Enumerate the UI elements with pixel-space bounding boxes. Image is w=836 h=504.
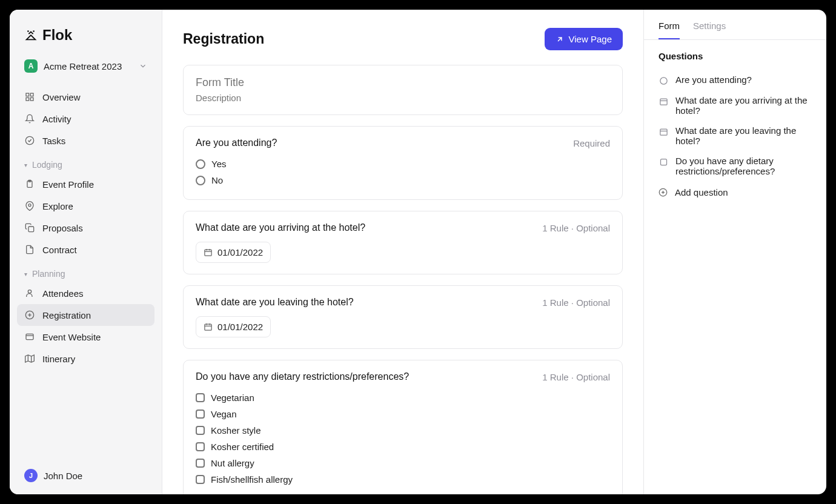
question-card[interactable]: Are you attending? Required Yes No (183, 126, 623, 200)
calendar-icon (659, 127, 668, 136)
checkbox-option[interactable]: Fish/shellfish allergy (196, 471, 610, 488)
svg-point-1 (33, 31, 34, 31)
svg-point-0 (28, 31, 28, 31)
calendar-icon (659, 96, 668, 106)
sidebar-item-label: Event Website (42, 332, 101, 342)
tab-form[interactable]: Form (659, 21, 680, 39)
question-card[interactable]: Do you have any dietary restrictions/pre… (183, 360, 623, 494)
workspace-selector[interactable]: A Acme Retreat 2023 (10, 55, 162, 81)
date-input[interactable]: 01/01/2022 (196, 316, 271, 337)
question-nav-item[interactable]: Do you have any dietary restrictions/pre… (659, 151, 812, 181)
sidebar-item-event-website[interactable]: Event Website (17, 326, 154, 348)
chevron-down-icon (139, 62, 147, 70)
checkbox-icon (659, 157, 668, 167)
checkbox-icon (196, 426, 205, 435)
sidebar-item-label: Overview (42, 92, 81, 102)
checkbox-option[interactable]: Kosher style (196, 422, 610, 439)
question-card[interactable]: What date are you arriving at the hotel?… (183, 211, 623, 274)
question-nav-item[interactable]: What date are you arriving at the hotel? (659, 90, 812, 121)
avatar: J (24, 469, 38, 482)
question-nav-item[interactable]: What date are you leaving the hotel? (659, 121, 812, 151)
radio-option[interactable]: No (196, 172, 610, 188)
map-pin-icon (24, 201, 35, 211)
tab-settings[interactable]: Settings (693, 21, 726, 39)
check-circle-icon (24, 135, 35, 146)
plus-circle-icon (24, 310, 35, 320)
svg-point-6 (25, 136, 33, 144)
checkbox-option[interactable]: Vegan (196, 406, 610, 422)
svg-rect-30 (660, 99, 666, 105)
svg-point-9 (28, 204, 31, 207)
form-title-input[interactable] (196, 76, 610, 89)
question-meta: 1 Rule · Optional (542, 372, 610, 382)
sidebar-item-overview[interactable]: Overview (17, 86, 154, 108)
svg-rect-34 (660, 159, 666, 165)
svg-rect-2 (26, 93, 29, 96)
sidebar-item-explore[interactable]: Explore (17, 195, 154, 217)
question-title: What date are you leaving the hotel? (196, 297, 354, 308)
question-meta: 1 Rule · Optional (542, 297, 610, 308)
sidebar-item-contract[interactable]: Contract (17, 239, 154, 260)
section-planning[interactable]: ▾ Planning (17, 260, 154, 282)
map-icon (24, 353, 35, 364)
checkbox-option[interactable]: Kosher certified (196, 439, 610, 455)
form-description-input[interactable] (196, 93, 610, 103)
grid-icon (24, 91, 35, 102)
add-question-label: Add question (675, 187, 728, 197)
brand: Flok (10, 10, 162, 55)
sidebar-item-label: Proposals (42, 223, 83, 233)
checkbox-icon (196, 442, 205, 451)
view-page-button[interactable]: View Page (545, 28, 623, 50)
radio-icon (196, 159, 205, 169)
chevron-down-icon: ▾ (24, 271, 27, 277)
section-lodging[interactable]: ▾ Lodging (17, 151, 154, 173)
svg-point-11 (28, 290, 31, 293)
window-icon (24, 331, 35, 342)
svg-rect-4 (26, 98, 29, 101)
question-nav-label: Are you attending? (675, 75, 752, 85)
svg-marker-17 (25, 355, 35, 362)
user-name: John Doe (44, 471, 82, 481)
option-label: No (211, 175, 223, 185)
user-menu[interactable]: J John Doe (10, 459, 162, 494)
question-nav-item[interactable]: Are you attending? (659, 70, 812, 90)
sidebar: Flok A Acme Retreat 2023 Overview Activi… (10, 10, 162, 494)
sidebar-item-label: Event Profile (42, 179, 94, 190)
sidebar-item-registration[interactable]: Registration (17, 304, 154, 326)
form-header-card[interactable] (183, 65, 623, 115)
sidebar-item-label: Registration (42, 310, 91, 320)
section-label: Planning (32, 269, 65, 279)
sidebar-item-proposals[interactable]: Proposals (17, 217, 154, 239)
svg-rect-15 (26, 334, 33, 339)
user-icon (24, 288, 35, 299)
add-question-button[interactable]: Add question (659, 181, 812, 204)
question-nav-label: Do you have any dietary restrictions/pre… (675, 156, 812, 176)
workspace-name: Acme Retreat 2023 (44, 61, 133, 71)
svg-point-29 (660, 77, 666, 84)
question-card[interactable]: What date are you leaving the hotel? 1 R… (183, 285, 623, 349)
page-title: Registration (183, 31, 264, 47)
svg-rect-21 (205, 250, 211, 256)
date-input[interactable]: 01/01/2022 (196, 242, 271, 263)
question-title: Are you attending? (196, 138, 277, 148)
checkbox-icon (196, 475, 205, 484)
sidebar-item-event-profile[interactable]: Event Profile (17, 173, 154, 195)
sidebar-item-attendees[interactable]: Attendees (17, 282, 154, 304)
radio-option[interactable]: Yes (196, 156, 610, 172)
date-value: 01/01/2022 (217, 322, 263, 332)
question-meta: 1 Rule · Optional (542, 223, 610, 233)
plus-circle-icon (659, 188, 668, 197)
sidebar-item-label: Explore (42, 201, 73, 211)
sidebar-item-itinerary[interactable]: Itinerary (17, 348, 154, 370)
calendar-icon (204, 248, 213, 257)
checkbox-option[interactable]: Vegetarian (196, 390, 610, 406)
file-icon (24, 244, 35, 255)
svg-rect-32 (660, 129, 666, 135)
checkbox-option[interactable]: Nut allergy (196, 455, 610, 471)
sidebar-item-tasks[interactable]: Tasks (17, 130, 154, 151)
option-label: Nut allergy (211, 458, 254, 468)
checkbox-icon (196, 459, 205, 468)
sidebar-item-activity[interactable]: Activity (17, 108, 154, 130)
workspace-badge: A (24, 59, 38, 73)
bell-icon (24, 113, 35, 124)
